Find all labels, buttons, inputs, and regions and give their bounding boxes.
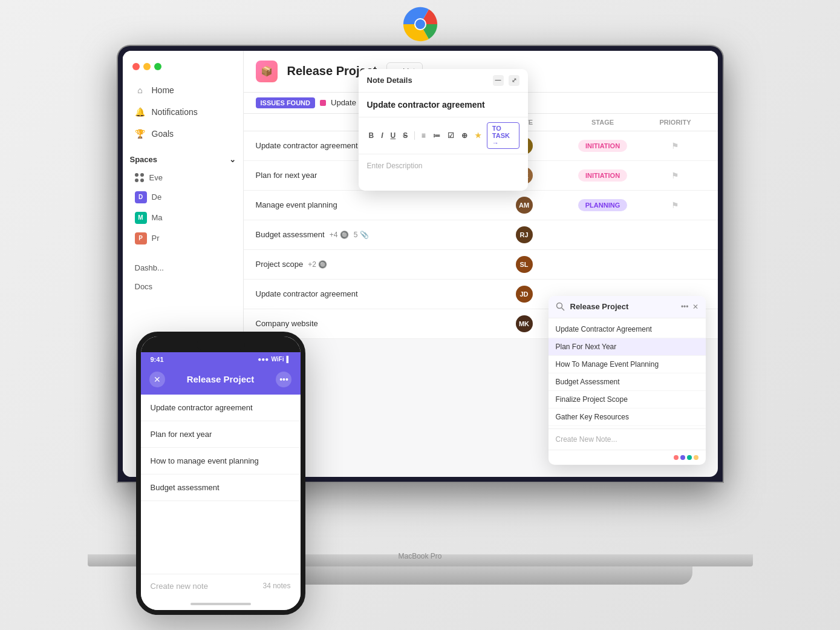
- toolbar-italic[interactable]: I: [379, 130, 385, 141]
- phone-note-3: How to manage event planning: [151, 456, 259, 465]
- phone-close-btn[interactable]: ✕: [149, 372, 165, 387]
- note-expand-btn[interactable]: ⤢: [509, 75, 519, 86]
- space-ma-icon: M: [135, 212, 147, 224]
- note-edit-icon[interactable]: ✏: [670, 343, 676, 350]
- list-item[interactable]: How To Manage Event Planning: [549, 356, 706, 373]
- footer-dot-1: [674, 455, 679, 460]
- space-item-pr[interactable]: P Pr: [128, 229, 238, 248]
- list-item[interactable]: Budget Assessment: [549, 373, 706, 391]
- space-pr-icon: P: [135, 232, 147, 244]
- list-item[interactable]: Finalize Project Scope: [549, 391, 706, 409]
- note-item-6-label: Gather Key Resources: [556, 413, 698, 421]
- svg-point-3: [556, 303, 562, 308]
- note-title-field[interactable]: Update contractor agreement: [359, 93, 528, 117]
- list-item[interactable]: Update Contractor Agreement: [549, 321, 706, 338]
- issues-badge: ISSUES FOUND: [256, 97, 316, 108]
- note-minimize-btn[interactable]: —: [493, 75, 504, 86]
- phone-header: ✕ Release Project •••: [141, 367, 301, 395]
- sidebar-item-docs[interactable]: Docs: [123, 277, 243, 296]
- stage-badge-3: PLANNING: [578, 199, 627, 211]
- toolbar-list[interactable]: ≡: [420, 130, 428, 141]
- toolbar-separator: [414, 131, 415, 140]
- to-task-button[interactable]: TO TASK →: [487, 122, 519, 149]
- space-item-ma[interactable]: M Ma: [128, 208, 238, 228]
- note-details-title: Note Details: [367, 76, 412, 85]
- phone-note-item[interactable]: Plan for next year: [141, 421, 301, 448]
- toolbar-star[interactable]: ★: [473, 130, 483, 141]
- space-pr-label: Pr: [152, 234, 160, 243]
- sidebar-item-dashboard[interactable]: Dashb...: [123, 258, 243, 277]
- phone-more-btn[interactable]: •••: [276, 372, 291, 387]
- phone-create-placeholder[interactable]: Create new note: [151, 582, 208, 591]
- search-icon[interactable]: [556, 302, 565, 312]
- battery-icon: ▌: [286, 356, 290, 363]
- phone-bottom: Create new note 34 notes: [141, 574, 301, 598]
- note-delete-icon[interactable]: 🗑: [685, 343, 692, 350]
- phone-notch-bar: [197, 339, 245, 350]
- sidebar-item-home-label: Home: [152, 85, 174, 95]
- phone-note-item[interactable]: Update contractor agreement: [141, 395, 301, 421]
- task-badge-4: +4 🔘: [330, 231, 349, 239]
- phone-notes-count: 34 notes: [262, 582, 290, 590]
- col-assignee-4: RJ: [488, 226, 561, 243]
- task-text-1: Update contractor agreement: [256, 141, 358, 150]
- toolbar-underline[interactable]: U: [389, 130, 398, 141]
- note-title-text: Update contractor agreement: [367, 100, 485, 110]
- notes-panel-title: Release Project: [570, 302, 676, 311]
- space-de-label: De: [152, 192, 162, 202]
- sidebar-item-home[interactable]: ⌂ Home: [128, 80, 238, 100]
- toolbar-bold[interactable]: B: [367, 130, 376, 141]
- space-item-eve[interactable]: Eve: [128, 169, 238, 186]
- toolbar-numbered[interactable]: ≔: [431, 130, 442, 141]
- space-eve-icon: [135, 173, 145, 183]
- home-icon: ⌂: [135, 85, 146, 96]
- notes-panel-more-btn[interactable]: •••: [681, 303, 689, 311]
- note-body-placeholder: Enter Description: [367, 162, 423, 170]
- table-row[interactable]: Budget assessment +4 🔘 5 📎 RJ: [244, 220, 718, 250]
- flag-icon-2: ⚑: [671, 171, 679, 180]
- phone-notes-list: Update contractor agreement Plan for nex…: [141, 395, 301, 574]
- notes-panel-close-btn[interactable]: ✕: [692, 303, 698, 311]
- phone-note-2: Plan for next year: [151, 430, 212, 439]
- toolbar-strikethrough[interactable]: S: [401, 130, 409, 141]
- spaces-section-header: Spaces ⌄: [123, 150, 243, 169]
- notes-create-input[interactable]: Create New Note...: [549, 428, 706, 450]
- note-item-4-label: Budget Assessment: [556, 378, 698, 386]
- phone-status-time: 9:41: [151, 356, 164, 363]
- space-eve-label: Eve: [149, 173, 163, 182]
- traffic-light-minimize[interactable]: [143, 63, 151, 70]
- task-badge-4b: 5 📎: [354, 231, 369, 239]
- note-copy-icon[interactable]: ⧉: [678, 343, 683, 350]
- toolbar-link[interactable]: ⊕: [460, 130, 469, 141]
- flag-icon-1: ⚑: [671, 141, 679, 151]
- sidebar-item-goals-label: Goals: [152, 129, 174, 139]
- stage-badge-1: INITIATION: [578, 140, 627, 152]
- note-add-icon[interactable]: +: [694, 343, 698, 350]
- space-item-de[interactable]: D De: [128, 188, 238, 207]
- note-item-2-label: Plan For Next Year: [556, 343, 671, 351]
- list-item[interactable]: Plan For Next Year ✏ ⧉ 🗑 +: [549, 338, 706, 356]
- sidebar-item-notifications-label: Notifications: [152, 107, 198, 117]
- table-row[interactable]: Manage event planning AM PLANNING ⚑: [244, 191, 718, 220]
- avatar-6: JD: [516, 286, 533, 303]
- phone-note-item[interactable]: How to manage event planning: [141, 448, 301, 474]
- note-body[interactable]: Enter Description: [359, 154, 528, 191]
- footer-dot-3: [687, 455, 692, 460]
- table-row[interactable]: Project scope +2 🔘 SL: [244, 250, 718, 280]
- traffic-light-close[interactable]: [132, 63, 140, 70]
- col-stage: STAGE: [561, 119, 645, 126]
- phone-note-item[interactable]: Budget assessment: [141, 474, 301, 501]
- stage-badge-2: INITIATION: [578, 169, 627, 182]
- traffic-light-fullscreen[interactable]: [154, 63, 161, 70]
- note-details-header: Note Details — ⤢: [359, 69, 528, 93]
- toolbar-checkbox[interactable]: ☑: [446, 130, 456, 141]
- list-item[interactable]: Gather Key Resources: [549, 409, 706, 426]
- task-text-6: Update contractor agreement: [256, 289, 358, 298]
- sidebar-item-goals[interactable]: 🏆 Goals: [128, 123, 238, 144]
- task-badge-5: +2 🔘: [308, 260, 327, 269]
- sidebar-item-notifications[interactable]: 🔔 Notifications: [128, 102, 238, 122]
- col-stage-3: PLANNING: [561, 199, 645, 211]
- wifi-icon: WiFi: [271, 356, 284, 363]
- task-name-3: Manage event planning: [256, 200, 488, 209]
- notes-footer: [549, 450, 706, 465]
